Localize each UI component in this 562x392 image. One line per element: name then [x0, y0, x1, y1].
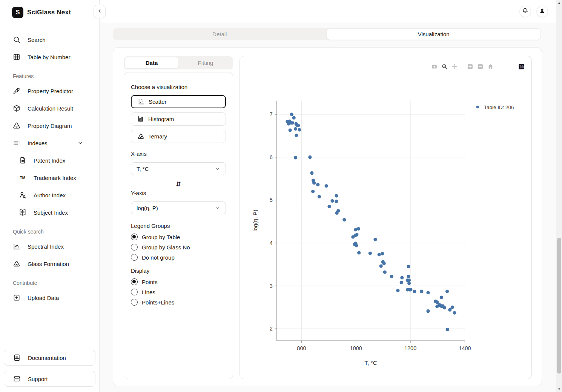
swap-axes-button[interactable]: ⇵: [176, 181, 181, 188]
sidebar-item-property-diagram[interactable]: Property Diagram: [4, 117, 95, 134]
radio-display-points-lines[interactable]: Points+Lines: [131, 299, 226, 306]
sidebar-item-property-predictor[interactable]: Property Predictor: [4, 82, 95, 100]
scatter-point: [308, 155, 312, 159]
tab-data[interactable]: Data: [124, 57, 179, 69]
radio-icon[interactable]: [131, 244, 138, 251]
x-tick-label: 1200: [404, 345, 416, 351]
scatter-point: [316, 183, 319, 186]
scatter-point: [400, 281, 403, 284]
x-axis-select[interactable]: T, °C: [131, 162, 226, 175]
radio-icon[interactable]: [131, 289, 138, 295]
support-button[interactable]: Support: [4, 371, 95, 387]
radio-legend-group-by-glass-no[interactable]: Group by Glass No: [131, 244, 226, 251]
y-tick-label: 2: [270, 326, 273, 332]
cube-icon: [13, 105, 20, 112]
scatter-point: [298, 128, 301, 131]
y-tick-label: 7: [270, 111, 273, 117]
scatter-point: [440, 296, 443, 299]
scatter-point: [294, 156, 297, 159]
y-axis-select[interactable]: log(η, P): [131, 201, 226, 214]
sidebar-item-indexes[interactable]: Indexes: [4, 134, 95, 152]
sidebar-section-title: Features: [4, 66, 95, 82]
chevron-down-icon: [215, 166, 220, 172]
scatter-point: [289, 129, 292, 132]
sidebar-item-patent-index[interactable]: Patent Index: [4, 152, 95, 169]
sidebar-item-trademark-index[interactable]: TMTrademark Index: [4, 169, 95, 186]
tab-detail[interactable]: Detail: [113, 28, 327, 40]
radio-legend-do-not-group[interactable]: Do not group: [131, 254, 226, 261]
scroll-down-arrow[interactable]: ▼: [556, 386, 562, 392]
sidebar-item-glass-formation[interactable]: Glass Formation: [4, 255, 95, 272]
y-tick-label: 3: [270, 283, 273, 289]
sidebar-item-upload-data[interactable]: Upload Data: [4, 289, 95, 306]
sidebar-item-label: Subject Index: [34, 209, 68, 216]
scatter-point: [355, 244, 358, 247]
app-logo: S SciGlass Next: [4, 7, 95, 18]
scatter-point: [413, 290, 416, 293]
scatter-point: [396, 289, 399, 292]
sidebar-item-calculation-result[interactable]: Calculation Result: [4, 100, 95, 117]
plotly-logo-icon[interactable]: [517, 62, 525, 71]
radio-icon[interactable]: [131, 254, 138, 261]
viz-buttons: ScatterHistogramTernary: [131, 95, 226, 143]
sidebar-item-spectral-index[interactable]: Spectral Index: [4, 238, 95, 255]
viz-histogram-button[interactable]: Histogram: [131, 112, 226, 126]
histogram-icon: [137, 115, 144, 123]
legend-label[interactable]: Table ID: 206: [484, 105, 514, 110]
scatter-plot[interactable]: 800100012001400234567T, °Clog(η, P)Table…: [240, 56, 531, 379]
radio-icon[interactable]: [131, 278, 138, 285]
sidebar-item-label: Author Index: [34, 192, 66, 198]
pan-icon[interactable]: [450, 62, 459, 71]
scatter-point: [426, 291, 430, 294]
x-tick-label: 1000: [350, 345, 362, 351]
radio-display-lines[interactable]: Lines: [131, 289, 226, 295]
home-icon[interactable]: [486, 62, 494, 71]
autoscale-icon[interactable]: [502, 62, 510, 71]
legend-groups-radios: Group by TableGroup by Glass NoDo not gr…: [131, 234, 226, 261]
notifications-button[interactable]: [519, 6, 531, 17]
sidebar-item-table-by-number[interactable]: Table by Number: [4, 48, 95, 66]
sidebar-collapse-button[interactable]: [94, 5, 106, 18]
scatter-point: [407, 265, 410, 268]
chevron-left-icon: [97, 8, 103, 15]
radio-label: Lines: [142, 289, 155, 295]
sidebar-item-author-index[interactable]: Author Index: [4, 186, 95, 204]
scatter-point: [407, 278, 411, 282]
x-axis-title: T, °C: [364, 360, 377, 366]
radio-icon[interactable]: [131, 299, 138, 306]
scrollbar-thumb[interactable]: [557, 238, 561, 374]
y-tick-label: 5: [270, 197, 273, 203]
zoom-out-icon[interactable]: [476, 62, 484, 71]
zoom-in-icon[interactable]: [466, 62, 474, 71]
zoom-icon[interactable]: [440, 62, 448, 71]
radio-display-points[interactable]: Points: [131, 278, 226, 285]
scatter-point: [448, 308, 451, 312]
scroll-up-arrow[interactable]: ▲: [556, 0, 562, 6]
scatter-point: [407, 275, 410, 278]
tab-visualization[interactable]: Visualization: [327, 28, 541, 40]
viz-scatter-button[interactable]: Scatter: [131, 95, 226, 108]
tab-fitting[interactable]: Fitting: [179, 57, 232, 69]
viz-ternary-button[interactable]: Ternary: [131, 130, 226, 143]
radio-legend-group-by-table[interactable]: Group by Table: [131, 234, 226, 240]
sidebar-item-subject-index[interactable]: Subject Index: [4, 204, 95, 221]
footer-button-label: Documentation: [28, 355, 66, 361]
scatter-point: [409, 288, 412, 291]
radio-label: Points: [142, 279, 158, 285]
camera-icon[interactable]: [430, 62, 438, 71]
documentation-button[interactable]: Documentation: [4, 350, 95, 366]
scatter-point: [335, 211, 339, 215]
doc-icon: [13, 354, 21, 361]
legend-marker[interactable]: [476, 106, 479, 108]
scatter-point: [426, 309, 430, 313]
radio-label: Do not group: [142, 254, 175, 261]
account-button[interactable]: [536, 6, 548, 17]
page-scrollbar[interactable]: ▲ ▼: [556, 0, 562, 392]
scatter-point: [443, 306, 446, 309]
radio-icon[interactable]: [131, 234, 138, 240]
app-title: SciGlass Next: [27, 9, 71, 16]
sidebar-item-search[interactable]: Search: [4, 31, 95, 48]
scatter-point: [373, 238, 377, 241]
scatter-point: [445, 290, 449, 293]
sidebar-item-label: Indexes: [28, 140, 48, 146]
